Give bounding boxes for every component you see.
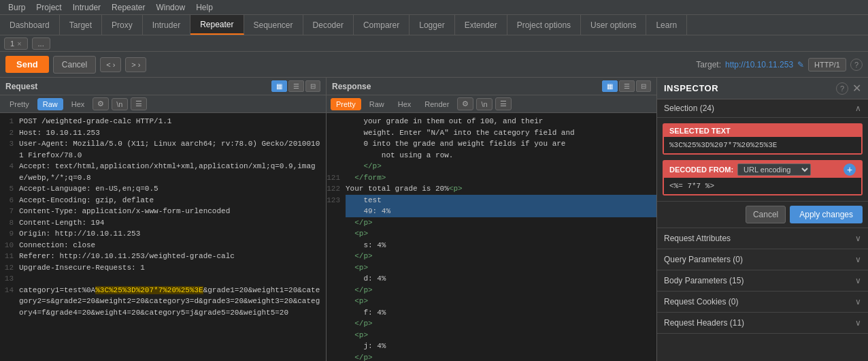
request-raw-btn[interactable]: Raw <box>37 98 63 110</box>
accordion-cookies-header[interactable]: Request Cookies (0) ∨ <box>657 292 868 312</box>
decoded-from-label: DECODED FROM: <box>669 166 733 174</box>
request-pretty-btn[interactable]: Pretty <box>4 98 35 110</box>
response-render-btn[interactable]: Render <box>419 98 454 110</box>
tab-repeater[interactable]: Repeater <box>190 15 244 35</box>
tab-project-options[interactable]: Project options <box>507 15 581 35</box>
selected-text-value[interactable]: %3C%25%3D%207*7%20%25%3E <box>664 137 861 153</box>
tab-user-options[interactable]: User options <box>581 15 646 35</box>
instance-tab-1[interactable]: 1 × <box>4 37 28 50</box>
request-line-11: 11 Referer: http://10.10.11.253/weighted… <box>0 251 326 262</box>
response-view-list[interactable]: ☰ <box>619 80 635 92</box>
main-content: Request ▦ ☰ ⊟ Pretty Raw Hex ⚙ \n ☰ 1 PO… <box>0 78 868 361</box>
response-raw-btn[interactable]: Raw <box>364 98 390 110</box>
tab-logger[interactable]: Logger <box>410 15 454 35</box>
tab-target[interactable]: Target <box>60 15 102 35</box>
menu-project[interactable]: Project <box>31 1 67 14</box>
tab-extender[interactable]: Extender <box>455 15 507 35</box>
decoded-value[interactable]: <%= 7*7 %> <box>664 178 861 194</box>
response-pretty-btn[interactable]: Pretty <box>331 98 361 110</box>
inspector-body: Selection (24) ∧ SELECTED TEXT %3C%25%3D… <box>657 99 868 361</box>
resp-line-123: 123 test 49: 4% <box>327 195 656 217</box>
menu-repeater[interactable]: Repeater <box>106 1 150 14</box>
tab-proxy[interactable]: Proxy <box>102 15 143 35</box>
tab-intruder[interactable]: Intruder <box>143 15 190 35</box>
response-title: Response <box>332 82 371 91</box>
response-panel: Response ▦ ☰ ⊟ Pretty Raw Hex Render ⚙ \… <box>327 78 657 361</box>
edit-icon[interactable]: ✎ <box>797 60 804 69</box>
tab-comparer[interactable]: Comparer <box>354 15 410 35</box>
help-icon[interactable]: ? <box>850 59 863 71</box>
nav-back-button[interactable]: < › <box>100 57 121 72</box>
request-view-split[interactable]: ⊟ <box>305 80 320 92</box>
request-line-14: 14 category1=test%0A%3C%25%3D%207*7%20%2… <box>0 285 326 319</box>
inspector-cancel-btn[interactable]: Cancel <box>746 206 786 223</box>
response-icon-btn3[interactable]: ☰ <box>495 97 512 110</box>
response-view-toggle: ▦ ☰ ⊟ <box>602 80 651 92</box>
request-view-list[interactable]: ☰ <box>288 80 304 92</box>
request-view-grid[interactable]: ▦ <box>271 80 287 92</box>
accordion-request-attributes-label: Request Attributes <box>664 234 731 243</box>
toolbar: Send Cancel < › > › Target: http://10.10… <box>0 52 868 78</box>
tab-decoder[interactable]: Decoder <box>303 15 354 35</box>
selected-text-box: SELECTED TEXT %3C%25%3D%207*7%20%25%3E <box>663 123 863 155</box>
drag-handle[interactable]: ⋮ <box>315 296 322 307</box>
request-content[interactable]: 1 POST /weighted-grade-calc HTTP/1.1 2 H… <box>0 113 326 361</box>
request-icon-btn3[interactable]: ☰ <box>131 97 147 110</box>
add-decoder-btn[interactable]: + <box>844 163 856 176</box>
response-icon-btn1[interactable]: ⚙ <box>457 97 473 110</box>
request-hex-btn[interactable]: Hex <box>66 98 90 110</box>
resp-line-intro4: not using a row. <box>327 150 656 161</box>
selection-chevron: ∧ <box>855 104 861 113</box>
resp-line-p-d: <p> <box>327 262 656 274</box>
http-version-badge[interactable]: HTTP/1 <box>808 58 846 72</box>
decoded-encoding-select[interactable]: URL encoding HTML encoding Base64 <box>737 163 811 176</box>
resp-line-121: 121 </form> <box>327 172 656 184</box>
instance-tab-extra[interactable]: ... <box>32 37 50 50</box>
request-line-6: 6 Accept-Encoding: gzip, deflate <box>0 195 326 206</box>
response-content[interactable]: your grade in them out of 100, and their… <box>327 113 656 361</box>
response-icon-btn2[interactable]: \n <box>476 98 492 110</box>
menu-intruder[interactable]: Intruder <box>67 1 106 14</box>
target-url: http://10.10.11.253 <box>725 60 793 69</box>
instance-tab-close[interactable]: × <box>17 40 21 48</box>
resp-line-p-f: <p> <box>327 296 656 307</box>
tab-sequencer[interactable]: Sequencer <box>244 15 303 35</box>
tab-learn[interactable]: Learn <box>646 15 687 35</box>
accordion-cookies-chevron: ∨ <box>855 297 861 307</box>
cancel-button[interactable]: Cancel <box>53 56 96 74</box>
accordion-body-params-header[interactable]: Body Parameters (15) ∨ <box>657 270 868 291</box>
response-view-split[interactable]: ⊟ <box>636 80 651 92</box>
accordion-query-params-header[interactable]: Query Parameters (0) ∨ <box>657 249 868 270</box>
selection-header[interactable]: Selection (24) ∧ <box>657 99 868 118</box>
menu-burp[interactable]: Burp <box>3 1 31 14</box>
resp-line-p-s-close: </p> <box>327 251 656 262</box>
request-icon-btn1[interactable]: ⚙ <box>93 97 109 110</box>
response-view-grid[interactable]: ▦ <box>602 80 618 92</box>
nav-fwd-button[interactable]: > › <box>125 57 146 72</box>
inspector-panel: INSPECTOR ? ✕ Selection (24) ∧ SELECTED … <box>657 78 868 361</box>
accordion-query-params-label: Query Parameters (0) <box>664 255 743 264</box>
menu-window[interactable]: Window <box>150 1 190 14</box>
response-panel-header: Response ▦ ☰ ⊟ <box>327 78 656 95</box>
tab-bar: Dashboard Target Proxy Intruder Repeater… <box>0 15 868 35</box>
inspector-help-icon[interactable]: ? <box>836 82 848 95</box>
menu-help[interactable]: Help <box>190 1 218 14</box>
accordion-request-attributes: Request Attributes ∨ <box>657 228 868 249</box>
response-hex-btn[interactable]: Hex <box>393 98 417 110</box>
inspector-apply-btn[interactable]: Apply changes <box>790 206 863 223</box>
tab-dashboard[interactable]: Dashboard <box>0 15 60 35</box>
resp-line-p-j: <p> <box>327 330 656 341</box>
accordion-query-params-chevron: ∨ <box>855 255 861 264</box>
request-line-5: 5 Accept-Language: en-US,en;q=0.5 <box>0 183 326 195</box>
request-panel: Request ▦ ☰ ⊟ Pretty Raw Hex ⚙ \n ☰ 1 PO… <box>0 78 327 361</box>
accordion-query-params: Query Parameters (0) ∨ <box>657 249 868 270</box>
resp-line-intro2: weight. Enter "N/A" into the category fi… <box>327 127 656 139</box>
accordion-headers-header[interactable]: Request Headers (11) ∨ <box>657 313 868 333</box>
request-line-9: 9 Origin: http://10.10.11.253 <box>0 228 326 240</box>
accordion-request-attributes-header[interactable]: Request Attributes ∨ <box>657 228 868 249</box>
request-icon-btn2[interactable]: \n <box>112 98 127 110</box>
inspector-close-icon[interactable]: ✕ <box>852 82 861 95</box>
request-line-2: 2 Host: 10.10.11.253 <box>0 127 326 139</box>
selection-label: Selection (24) <box>664 104 714 113</box>
send-button[interactable]: Send <box>5 56 49 73</box>
